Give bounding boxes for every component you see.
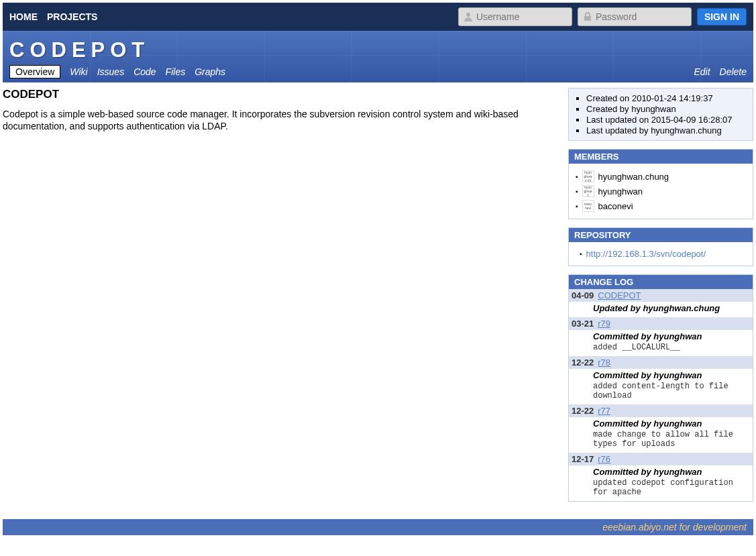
changelog-by: Committed by hyunghwan xyxy=(593,467,750,477)
changelog-entry-body: Updated by hyunghwan.chung xyxy=(569,302,753,317)
changelog-entry-body: Committed by hyunghwanmade change to all… xyxy=(569,417,753,453)
page-title: CODEPOT xyxy=(3,88,555,101)
member-avatar: hyun ghwa n xyxy=(582,185,594,197)
repository-header: REPOSITORY xyxy=(569,228,753,242)
changelog-date: 12-22 xyxy=(572,357,594,368)
meta-updated-by: Last updated by hyunghwan.chung xyxy=(586,125,747,135)
member-avatar: baco nevi xyxy=(582,200,594,212)
project-description: Codepot is a simple web-based source cod… xyxy=(3,108,555,132)
changelog-entry-head: 12-22r77 xyxy=(569,404,753,417)
username-field-wrap[interactable] xyxy=(458,7,572,26)
changelog-entry-body: Committed by hyunghwanadded content-leng… xyxy=(569,369,753,404)
changelog-entry-head: 12-22r78 xyxy=(569,356,753,369)
changelog-rev[interactable]: r76 xyxy=(598,454,610,464)
password-input[interactable] xyxy=(596,11,687,22)
tab-overview[interactable]: Overview xyxy=(9,65,60,78)
changelog-date: 04-09 xyxy=(572,290,594,300)
svg-rect-1 xyxy=(584,16,591,21)
changelog-entry-head: 04-09CODEPOT xyxy=(569,289,753,302)
tab-wiki[interactable]: Wiki xyxy=(70,66,87,77)
member-item: ▪hyun ghwa nhyunghwan xyxy=(576,185,746,197)
username-input[interactable] xyxy=(476,11,568,22)
project-header: CODEPOT Overview Wiki Issues Code Files … xyxy=(3,31,753,82)
project-title: CODEPOT xyxy=(9,38,747,62)
changelog-date: 12-22 xyxy=(572,406,594,416)
sidebar: Created on 2010-01-24 14:19:37 Created b… xyxy=(568,88,753,510)
tab-files[interactable]: Files xyxy=(166,66,186,77)
edit-link[interactable]: Edit xyxy=(694,66,710,77)
changelog-by: Updated by hyunghwan.chung xyxy=(593,303,750,313)
meta-created-by: Created by hyunghwan xyxy=(586,104,747,114)
changelog-msg: added __LOCALURL__ xyxy=(593,343,750,352)
tab-graphs[interactable]: Graphs xyxy=(195,66,225,77)
changelog-entry-body: Committed by hyunghwanupdated codepot co… xyxy=(569,465,753,501)
member-name: baconevi xyxy=(598,201,633,211)
changelog-entry-body: Committed by hyunghwanadded __LOCALURL__ xyxy=(569,330,753,356)
changelog-date: 03-21 xyxy=(572,319,594,329)
meta-created-on: Created on 2010-01-24 14:19:37 xyxy=(586,93,747,103)
changelog-rev[interactable]: CODEPOT xyxy=(598,290,641,300)
meta-updated-on: Last updated on 2015-04-09 16:28:07 xyxy=(586,115,747,125)
user-icon xyxy=(463,11,474,22)
meta-box: Created on 2010-01-24 14:19:37 Created b… xyxy=(568,88,753,141)
member-name: hyunghwan xyxy=(598,186,643,197)
members-box: MEMBERS ▪hyun ghwa n.chhyunghwan.chung▪h… xyxy=(568,149,753,219)
tab-code[interactable]: Code xyxy=(133,66,156,77)
changelog-box: CHANGE LOG 04-09CODEPOTUpdated by hyungh… xyxy=(568,274,753,502)
lock-icon xyxy=(582,11,593,22)
changelog-rev[interactable]: r79 xyxy=(598,319,610,329)
members-header: MEMBERS xyxy=(569,150,753,164)
changelog-msg: made change to allow all file types for … xyxy=(593,430,750,449)
changelog-rev[interactable]: r78 xyxy=(598,357,610,368)
main-content: CODEPOT Codepot is a simple web-based so… xyxy=(3,88,555,510)
changelog-msg: updated codepot configuration for apache xyxy=(593,478,750,497)
changelog-by: Committed by hyunghwan xyxy=(593,331,750,341)
password-field-wrap[interactable] xyxy=(578,7,692,26)
changelog-msg: added content-length to file download xyxy=(593,382,750,400)
changelog-entry-head: 12-17r76 xyxy=(569,453,753,465)
member-item: ▪baco nevibaconevi xyxy=(576,200,746,212)
changelog-header: CHANGE LOG xyxy=(569,275,753,289)
svg-point-0 xyxy=(466,13,470,17)
changelog-date: 12-17 xyxy=(572,454,594,464)
nav-home[interactable]: HOME xyxy=(9,11,38,22)
signin-button[interactable]: SIGN IN xyxy=(697,8,747,25)
repository-url[interactable]: http://192.168.1.3/svn/codepot/ xyxy=(586,249,706,259)
changelog-entry-head: 03-21r79 xyxy=(569,317,753,330)
member-item: ▪hyun ghwa n.chhyunghwan.chung xyxy=(576,170,746,182)
changelog-by: Committed by hyunghwan xyxy=(593,419,750,429)
nav-projects[interactable]: PROJECTS xyxy=(47,11,97,22)
topbar: HOME PROJECTS SIGN IN xyxy=(3,3,753,31)
tab-issues[interactable]: Issues xyxy=(97,66,124,77)
changelog-rev[interactable]: r77 xyxy=(598,406,610,416)
changelog-by: Committed by hyunghwan xyxy=(593,370,750,380)
repository-box: REPOSITORY ▪ http://192.168.1.3/svn/code… xyxy=(568,227,753,266)
member-avatar: hyun ghwa n.ch xyxy=(582,170,594,182)
delete-link[interactable]: Delete xyxy=(720,66,747,77)
footer: eeebian.abiyo.net for development xyxy=(3,519,753,535)
member-name: hyunghwan.chung xyxy=(598,172,669,182)
